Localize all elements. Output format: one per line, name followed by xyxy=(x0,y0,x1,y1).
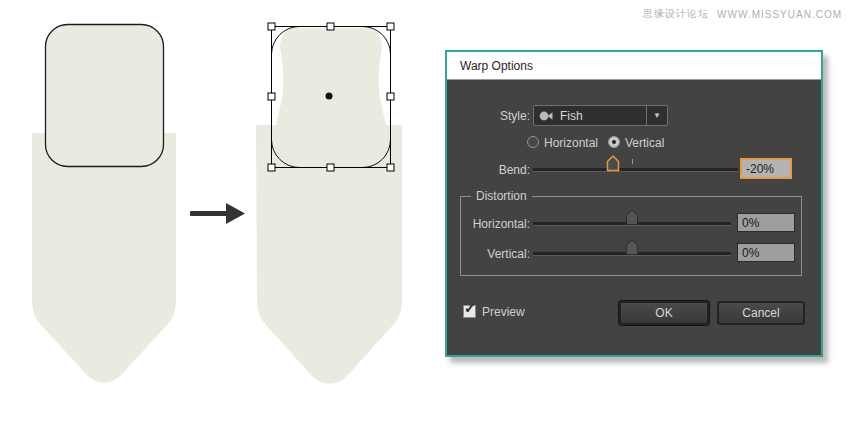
preview-checkbox[interactable]: ✓ xyxy=(463,305,476,318)
selection-handle[interactable] xyxy=(268,23,275,30)
selection-handle[interactable] xyxy=(387,23,394,30)
style-dropdown[interactable]: Fish ▼ xyxy=(533,105,668,126)
artwork-body-left[interactable] xyxy=(32,133,176,383)
dialog-titlebar[interactable]: Warp Options xyxy=(447,52,821,80)
distortion-group-label: Distortion xyxy=(471,189,532,203)
vertical-radio-label[interactable]: Vertical xyxy=(625,136,664,150)
transform-arrow-icon xyxy=(190,203,245,224)
bend-slider-track[interactable] xyxy=(533,168,738,171)
distortion-group: Distortion xyxy=(460,196,802,276)
selection-handle[interactable] xyxy=(268,164,275,171)
selection-center-point[interactable] xyxy=(326,93,333,100)
artwork-cap-left[interactable] xyxy=(46,25,164,167)
distortion-horizontal-value-field[interactable] xyxy=(737,213,795,232)
bend-value-field[interactable] xyxy=(740,158,792,179)
warp-options-dialog: Warp Options Style: Fish ▼ Horizontal Ve… xyxy=(445,50,823,357)
checkmark-icon: ✓ xyxy=(464,301,476,315)
dialog-title: Warp Options xyxy=(460,59,533,73)
bend-slider-tick xyxy=(632,159,633,164)
selection-handle[interactable] xyxy=(327,23,334,30)
vertical-radio[interactable] xyxy=(608,136,620,148)
selection-handle[interactable] xyxy=(387,164,394,171)
distortion-horizontal-label: Horizontal: xyxy=(447,217,530,231)
selection-handle[interactable] xyxy=(268,93,275,100)
watermark: 思缘设计论坛 WWW.MISSYUAN.COM xyxy=(643,7,842,21)
bend-slider-handle[interactable] xyxy=(606,155,620,175)
distortion-horizontal-handle[interactable] xyxy=(625,209,639,229)
chevron-down-icon[interactable]: ▼ xyxy=(646,106,667,125)
selection-handle[interactable] xyxy=(327,164,334,171)
selection-handle[interactable] xyxy=(387,93,394,100)
distortion-vertical-handle[interactable] xyxy=(625,239,639,259)
preview-label[interactable]: Preview xyxy=(482,305,525,319)
cancel-button[interactable]: Cancel xyxy=(717,301,805,325)
watermark-site-url: WWW.MISSYUAN.COM xyxy=(717,9,842,20)
watermark-site-name: 思缘设计论坛 xyxy=(643,7,709,21)
horizontal-radio[interactable] xyxy=(527,136,539,148)
style-label: Style: xyxy=(447,109,530,123)
ok-button[interactable]: OK xyxy=(619,301,709,325)
style-dropdown-value: Fish xyxy=(560,109,583,123)
bend-label: Bend: xyxy=(447,163,530,177)
distortion-vertical-value-field[interactable] xyxy=(737,243,795,262)
horizontal-radio-label[interactable]: Horizontal xyxy=(544,136,598,150)
fish-style-icon xyxy=(539,110,554,122)
distortion-vertical-label: Vertical: xyxy=(447,247,530,261)
